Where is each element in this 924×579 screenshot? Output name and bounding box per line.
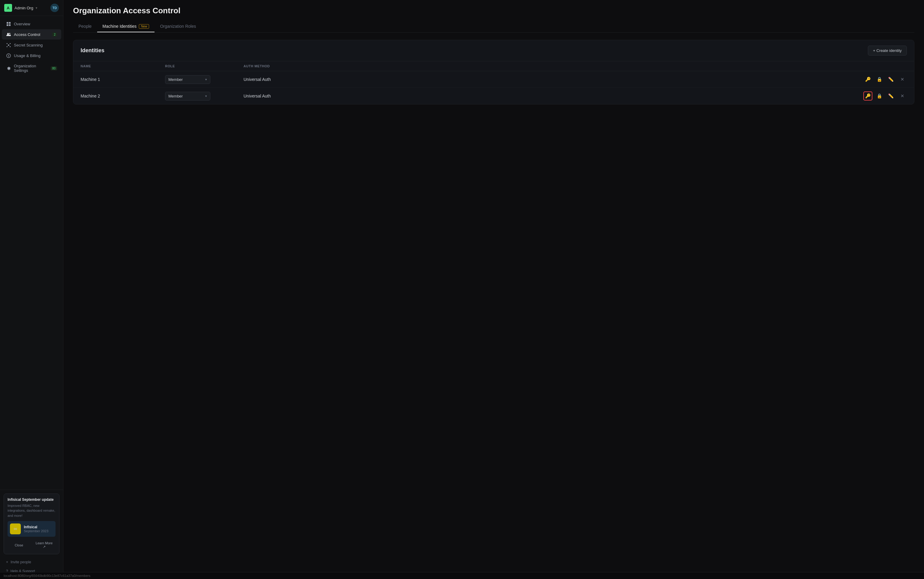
svg-rect-0	[7, 22, 8, 23]
table-header-row: NAME ROLE AUTH METHOD	[73, 61, 914, 71]
learn-more-button[interactable]: Learn More ↗	[33, 540, 56, 550]
sidebar-item-access-control-label: Access Control	[14, 32, 40, 37]
sidebar-item-overview[interactable]: Overview	[2, 19, 61, 29]
dollar-icon: $	[6, 53, 11, 58]
tab-people[interactable]: People	[73, 21, 97, 32]
tab-machine-identities-label: Machine Identities	[103, 24, 137, 29]
col-header-auth-method: AUTH METHOD	[243, 64, 907, 68]
row-actions-2: 🔑 🔒 ✏️ ✕	[864, 92, 907, 101]
auth-method-1: Universal Auth	[243, 77, 864, 82]
url-bar: localhost:8080/org/65640bdb90c13e87c61a3…	[0, 572, 924, 579]
close-button[interactable]: Close	[8, 540, 31, 550]
main-scrollable: Identities + Create identity NAME ROLE A…	[64, 33, 924, 572]
svg-rect-6	[7, 43, 7, 44]
role-select-2[interactable]: Member ▾	[165, 92, 210, 101]
table-row: Machine 2 Member ▾ Universal Auth 🔑 🔒 ✏️…	[73, 88, 914, 104]
infisical-promo: ∞ Infisical September 2023	[8, 521, 56, 537]
scan-icon	[6, 43, 11, 47]
svg-rect-7	[10, 43, 11, 44]
col-header-name: NAME	[80, 64, 165, 68]
tab-machine-identities[interactable]: Machine Identities New	[97, 21, 155, 32]
infisical-name: Infisical	[24, 525, 48, 529]
help-support-label: Help & Support	[11, 569, 35, 572]
svg-rect-2	[7, 24, 8, 26]
page-title: Organization Access Control	[73, 6, 914, 15]
settings-icon	[6, 66, 11, 70]
sidebar: A Admin Org ▾ TD Overview	[0, 0, 64, 572]
infisical-logo: ∞	[10, 523, 21, 534]
sidebar-item-org-settings-label: Organization Settings	[14, 64, 48, 73]
users-icon	[6, 32, 11, 37]
url-text: localhost:8080/org/65640bdb90c13e87c61a3…	[3, 574, 90, 577]
machine-name-2: Machine 2	[80, 93, 165, 98]
sidebar-bottom: Infisical September update Improved RBAC…	[0, 490, 63, 572]
org-selector[interactable]: A Admin Org ▾	[4, 4, 38, 12]
invite-people-action[interactable]: + Invite people	[3, 558, 59, 566]
edit-button-2[interactable]: ✏️	[886, 92, 895, 101]
chevron-down-icon: ▾	[205, 78, 207, 82]
update-card: Infisical September update Improved RBAC…	[3, 494, 59, 554]
remove-button-1[interactable]: ✕	[898, 75, 907, 84]
col-header-role: ROLE	[165, 64, 243, 68]
sidebar-header: A Admin Org ▾ TD	[0, 0, 63, 16]
machine-identities-badge: New	[139, 24, 149, 29]
identities-card-header: Identities + Create identity	[73, 40, 914, 61]
role-value-2: Member	[168, 94, 183, 98]
sidebar-item-overview-label: Overview	[14, 22, 30, 26]
update-card-title: Infisical September update	[8, 497, 56, 502]
help-support-action[interactable]: ? Help & Support	[3, 567, 59, 572]
tab-org-roles[interactable]: Organization Roles	[155, 21, 201, 32]
svg-rect-1	[9, 22, 11, 23]
chevron-down-icon: ▾	[205, 94, 207, 98]
auth-method-2: Universal Auth	[243, 93, 864, 98]
svg-point-10	[8, 44, 9, 46]
infisical-info: Infisical September 2023	[24, 525, 48, 533]
identities-section-title: Identities	[80, 47, 104, 54]
identities-table: NAME ROLE AUTH METHOD Machine 1 Member ▾…	[73, 61, 914, 104]
org-settings-badge: 80	[51, 66, 57, 70]
role-select-1[interactable]: Member ▾	[165, 75, 210, 84]
svg-rect-9	[10, 46, 11, 47]
role-value-1: Member	[168, 77, 183, 82]
grid-icon	[6, 21, 11, 26]
plus-icon: +	[6, 560, 8, 564]
tab-people-label: People	[78, 24, 92, 29]
svg-rect-3	[9, 24, 11, 26]
sidebar-nav: Overview Access Control 2 Secret Scannin…	[0, 16, 63, 490]
chevron-down-icon: ▾	[36, 6, 38, 10]
edit-button-1[interactable]: ✏️	[886, 75, 895, 84]
tab-bar: People Machine Identities New Organizati…	[73, 21, 914, 33]
svg-point-5	[9, 33, 10, 34]
sidebar-item-secret-scanning[interactable]: Secret Scanning	[2, 40, 61, 50]
tab-org-roles-label: Organization Roles	[160, 24, 196, 29]
machine-name-1: Machine 1	[80, 77, 165, 82]
table-row: Machine 1 Member ▾ Universal Auth 🔑 🔒 ✏️…	[73, 71, 914, 88]
svg-text:$: $	[8, 54, 9, 57]
infisical-date: September 2023	[24, 529, 48, 533]
invite-people-label: Invite people	[11, 560, 31, 564]
sidebar-item-secret-scanning-label: Secret Scanning	[14, 43, 42, 47]
main-header: Organization Access Control People Machi…	[64, 0, 924, 33]
identities-card: Identities + Create identity NAME ROLE A…	[73, 40, 914, 105]
main-content-area: Organization Access Control People Machi…	[64, 0, 924, 572]
lock-button-1[interactable]: 🔒	[875, 75, 884, 84]
row-actions-1: 🔑 🔒 ✏️ ✕	[864, 75, 907, 84]
sidebar-item-usage-billing-label: Usage & Billing	[14, 54, 41, 58]
access-control-badge: 2	[52, 33, 57, 36]
sidebar-item-usage-billing[interactable]: $ Usage & Billing	[2, 51, 61, 61]
card-actions: Close Learn More ↗	[8, 540, 56, 550]
question-icon: ?	[6, 569, 8, 572]
org-avatar: A	[4, 4, 12, 12]
update-card-description: Improved RBAC, new integrations, dashboa…	[8, 503, 56, 518]
key-button-1[interactable]: 🔑	[864, 75, 872, 84]
sidebar-item-access-control[interactable]: Access Control 2	[2, 29, 61, 39]
sidebar-footer-actions: + Invite people ? Help & Support	[3, 558, 59, 572]
sidebar-item-org-settings[interactable]: Organization Settings 80	[2, 61, 61, 75]
svg-rect-8	[7, 46, 7, 47]
create-identity-button[interactable]: + Create identity	[868, 46, 907, 56]
org-name: Admin Org	[15, 6, 33, 10]
lock-button-2[interactable]: 🔒	[875, 92, 884, 101]
key-button-2[interactable]: 🔑	[864, 92, 872, 101]
remove-button-2[interactable]: ✕	[898, 92, 907, 101]
user-avatar[interactable]: TD	[51, 3, 59, 12]
